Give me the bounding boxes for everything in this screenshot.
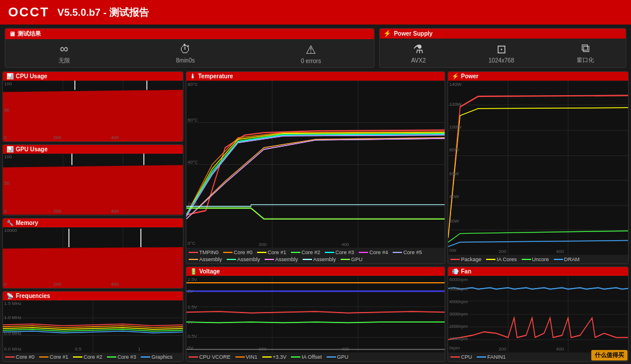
y-4000: 4000rpm — [449, 299, 468, 304]
voltage-title: 🔋 Voltage — [186, 267, 445, 276]
power-chart: 140W 120W 100W 80W 60W 40W 20W 0W 200 40… — [448, 81, 628, 255]
assembly2-color — [227, 259, 236, 260]
timer-icon: ⏱ — [179, 43, 191, 56]
package-color — [450, 259, 460, 260]
resolution-icon: ⊡ — [497, 42, 507, 56]
ia-offset-color — [291, 356, 300, 358]
legend-freq-core1: Core #1 — [39, 354, 68, 360]
legend-vin1: VIN1 — [235, 354, 258, 360]
legend-core4: Core #4 — [359, 249, 388, 255]
legend-package: Package — [450, 256, 481, 262]
frequencies-chart: 1.5 MHz 1.0 MHz 0.5 MHz 0.0 MHz 0.5 1 — [3, 300, 183, 353]
voltage-panel: 🔋 Voltage — [186, 266, 445, 362]
legend-freq-core3: Core #3 — [107, 354, 136, 360]
gpu-v-color — [327, 356, 336, 358]
y-0c: 0°C — [188, 241, 195, 246]
frequencies-title: 📡 Frequencies — [3, 292, 183, 300]
y-0v: 0V — [188, 345, 193, 351]
svg-marker-72 — [3, 165, 183, 215]
gpu-temp-color — [341, 259, 350, 260]
memory-panel-v2: 🔧 Memory 10000 0 200 400 — [2, 218, 183, 289]
x-400: 400 — [556, 249, 564, 254]
app-title: V5.5.0.b7 - 测试报告 — [57, 6, 149, 19]
assembly1-color — [189, 259, 198, 260]
legend-freq-graphics: Graphics — [141, 354, 172, 360]
svg-marker-64 — [3, 90, 183, 142]
legend-core1: Core #1 — [257, 249, 286, 255]
legend-core0: Core #0 — [223, 249, 252, 255]
left-column: 📊 CPU Usage 100 50 0 200 400 📊 GPU — [2, 71, 183, 362]
y-1v: 1V — [188, 320, 193, 325]
dram-color — [554, 259, 563, 260]
y-6000: 6000rpm — [449, 277, 468, 282]
infinity-icon: ∞ — [60, 42, 68, 56]
y-120w: 120W — [449, 102, 462, 107]
watermark: 什么值得买 — [591, 350, 627, 360]
voltage-chart: 2.5V 2V 1.5V 1V 0.5V 0V 200 400 — [186, 276, 445, 353]
y-60w: 60W — [449, 171, 459, 176]
legend-freq-core2: Core #2 — [73, 354, 102, 360]
core0-color — [223, 252, 233, 253]
summary-item-resolution: ⊡ 1024x768 — [488, 42, 514, 64]
core1-color — [257, 252, 266, 253]
power-panel: ⚡ Power — [448, 71, 629, 264]
svg-marker-80 — [3, 247, 183, 287]
core3-color — [325, 252, 334, 253]
y-20w: 20W — [449, 219, 459, 224]
power-legend: Package IA Cores Uncore DRAM — [448, 255, 628, 264]
y-100w: 100W — [449, 124, 462, 130]
summary-item-infinity: ∞ 无限 — [58, 42, 70, 65]
y-2v: 2V — [188, 289, 193, 294]
test-results-header: 🖥 测试结果 — [5, 29, 374, 39]
summary-item-windowed: ⧉ 窗口化 — [577, 41, 594, 64]
legend-core5: Core #5 — [393, 249, 422, 255]
y-15v: 1.5V — [188, 304, 197, 310]
memory-chart-v2: 10000 0 200 400 — [3, 227, 183, 288]
y-80w: 80W — [449, 147, 459, 152]
x-200: 200 — [498, 249, 506, 254]
fan-title: 💨 Fan — [448, 267, 628, 276]
voltage-icon: 🔋 — [190, 268, 197, 275]
x-400: 400 — [341, 242, 349, 247]
legend-freq-core0: Core #0 — [5, 354, 34, 360]
frequencies-legend: Core #0 Core #1 Core #2 Core #3 Graphics — [3, 353, 183, 361]
vin1-color — [235, 356, 245, 358]
legend-ia-cores: IA Cores — [486, 256, 517, 262]
y-25v: 2.5V — [188, 277, 197, 282]
errors-icon: ⚠ — [306, 43, 316, 57]
y-1000: 1000rpm — [449, 336, 468, 341]
power-supply-items: ⚗ AVX2 ⊡ 1024x768 ⧉ 窗口化 — [380, 39, 626, 67]
power-icon: ⚡ — [452, 73, 459, 79]
results-icon: 🖥 — [9, 30, 15, 37]
memory-icon-v2: 🔧 — [6, 220, 13, 226]
legend-assembly2: Assembly — [227, 256, 260, 262]
test-results-section: 🖥 测试结果 ∞ 无限 ⏱ 8min0s ⚠ 0 errors — [5, 28, 375, 68]
fan-chart: 6000rpm 5000rpm 4000rpm 3000rpm 2000rpm … — [448, 276, 628, 353]
fan-panel: 💨 Fan 6000rpm 5000rpm 4000rpm — [448, 266, 629, 362]
temperature-icon: 🌡 — [190, 73, 196, 79]
y-80c: 80°C — [188, 82, 198, 87]
legend-core2: Core #2 — [291, 249, 320, 255]
temperature-title: 🌡 Temperature — [186, 72, 445, 81]
y-3000: 3000rpm — [449, 311, 468, 317]
cpu-usage-title-v2: 📊 CPU Usage — [3, 72, 183, 81]
cpu-usage-panel-v2: 📊 CPU Usage 100 50 0 200 400 — [2, 71, 183, 142]
x-200: 200 — [498, 346, 506, 352]
y-5000: 5000rpm — [449, 286, 468, 292]
y-60c: 60°C — [188, 117, 198, 123]
legend-cpu-fan: CPU — [450, 354, 472, 360]
summary-item-errors: ⚠ 0 errors — [301, 43, 321, 64]
frequencies-panel: 📡 Frequencies 1.5 MHz 1.0 MHz 0.5 MHz — [2, 291, 183, 362]
x-200: 200 — [259, 346, 266, 352]
cpu-icon-v2: 📊 — [6, 73, 13, 79]
legend-assembly4: Assembly — [303, 256, 336, 262]
temperature-panel: 🌡 Temperature — [186, 71, 445, 264]
gpu-icon-v2: 📊 — [6, 146, 13, 152]
windowed-icon: ⧉ — [581, 41, 590, 55]
legend-fanin1: FANIN1 — [477, 354, 506, 360]
legend-33v: +3.3V — [262, 354, 287, 360]
legend-ia-offset: IA Offset — [291, 354, 321, 360]
legend-dram: DRAM — [554, 256, 580, 262]
legend-cpu-vcore: CPU VCORE — [189, 354, 231, 360]
y-40w: 40W — [449, 194, 459, 199]
